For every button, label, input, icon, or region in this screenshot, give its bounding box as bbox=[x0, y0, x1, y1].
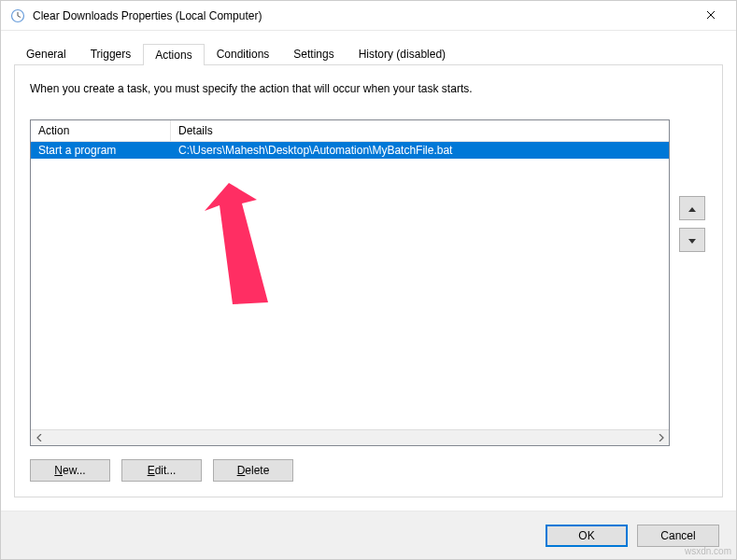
cell-details: C:\Users\Mahesh\Desktop\Automation\MyBat… bbox=[171, 143, 669, 158]
list-area: Action Details Start a program C:\Users\… bbox=[30, 119, 707, 446]
new-button[interactable]: New... bbox=[30, 459, 110, 482]
column-action[interactable]: Action bbox=[31, 120, 171, 141]
actions-panel: When you create a task, you must specify… bbox=[14, 64, 723, 497]
table-body: Start a program C:\Users\Mahesh\Desktop\… bbox=[31, 142, 669, 429]
content-area: General Triggers Actions Conditions Sett… bbox=[1, 31, 736, 511]
move-up-button[interactable] bbox=[679, 196, 705, 220]
tab-settings[interactable]: Settings bbox=[281, 43, 346, 64]
tab-strip: General Triggers Actions Conditions Sett… bbox=[14, 42, 723, 64]
horizontal-scrollbar[interactable] bbox=[31, 429, 669, 445]
chevron-down-icon bbox=[688, 233, 696, 246]
tab-history[interactable]: History (disabled) bbox=[347, 43, 458, 64]
table-header: Action Details bbox=[31, 120, 669, 142]
close-button[interactable] bbox=[689, 2, 732, 30]
delete-button[interactable]: Delete bbox=[213, 459, 293, 482]
tab-actions[interactable]: Actions bbox=[143, 44, 204, 65]
action-buttons: New... Edit... Delete bbox=[30, 459, 707, 482]
properties-window: Clear Downloads Properties (Local Comput… bbox=[0, 0, 737, 560]
cancel-button[interactable]: Cancel bbox=[637, 525, 719, 547]
watermark: wsxdn.com bbox=[685, 546, 731, 556]
scroll-right-icon[interactable] bbox=[653, 430, 669, 446]
scroll-left-icon[interactable] bbox=[31, 430, 47, 446]
actions-table: Action Details Start a program C:\Users\… bbox=[30, 119, 670, 446]
table-row[interactable]: Start a program C:\Users\Mahesh\Desktop\… bbox=[31, 142, 669, 159]
tab-general[interactable]: General bbox=[14, 43, 78, 64]
reorder-buttons bbox=[679, 119, 707, 446]
move-down-button[interactable] bbox=[679, 228, 705, 252]
dialog-footer: OK Cancel bbox=[1, 511, 736, 559]
titlebar: Clear Downloads Properties (Local Comput… bbox=[1, 1, 736, 31]
instruction-text: When you create a task, you must specify… bbox=[30, 82, 707, 95]
cell-action: Start a program bbox=[31, 143, 171, 158]
chevron-up-icon bbox=[688, 202, 696, 215]
close-icon bbox=[706, 9, 716, 22]
tab-conditions[interactable]: Conditions bbox=[205, 43, 282, 64]
window-title: Clear Downloads Properties (Local Comput… bbox=[33, 9, 262, 22]
task-scheduler-icon bbox=[10, 8, 25, 23]
tab-triggers[interactable]: Triggers bbox=[78, 43, 144, 64]
column-details[interactable]: Details bbox=[171, 120, 669, 141]
edit-button[interactable]: Edit... bbox=[121, 459, 202, 482]
ok-button[interactable]: OK bbox=[546, 525, 628, 547]
